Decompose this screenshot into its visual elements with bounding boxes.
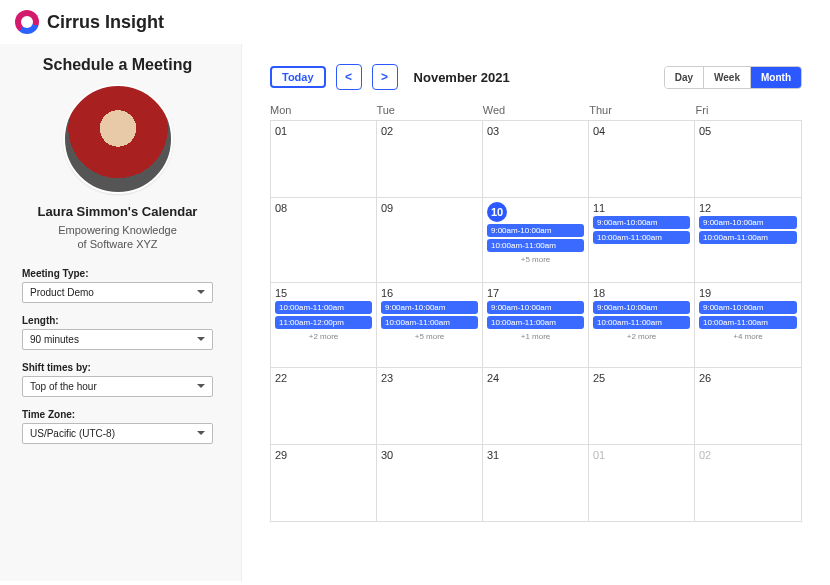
view-day[interactable]: Day [665, 67, 704, 88]
calendar-cell[interactable]: 24 [483, 368, 589, 444]
view-switch: Day Week Month [664, 66, 802, 89]
more-events-link[interactable]: +2 more [275, 332, 372, 341]
calendar-cell[interactable]: 109:00am-10:00am10:00am-11:00am+5 more [483, 198, 589, 282]
event-chip[interactable]: 10:00am-11:00am [593, 231, 690, 244]
view-month[interactable]: Month [751, 67, 801, 88]
select-shift-value: Top of the hour [30, 381, 97, 392]
calendar-week: 2223242526 [271, 368, 801, 445]
more-events-link[interactable]: +5 more [381, 332, 478, 341]
calendar-week: 1510:00am-11:00am11:00am-12:00pm+2 more1… [271, 283, 801, 368]
select-timezone-value: US/Pacific (UTC-8) [30, 428, 115, 439]
event-chip[interactable]: 11:00am-12:00pm [275, 316, 372, 329]
label-meeting-type: Meeting Type: [22, 268, 213, 279]
calendar-cell[interactable]: 02 [695, 445, 801, 521]
events-list: 9:00am-10:00am10:00am-11:00am [699, 216, 797, 244]
more-events-link[interactable]: +2 more [593, 332, 690, 341]
events-list: 9:00am-10:00am10:00am-11:00am [381, 301, 478, 329]
label-shift: Shift times by: [22, 362, 213, 373]
calendar-cell[interactable]: 30 [377, 445, 483, 521]
day-number: 04 [593, 125, 690, 137]
select-timezone[interactable]: US/Pacific (UTC-8) [22, 423, 213, 444]
day-number: 10 [487, 202, 507, 222]
event-chip[interactable]: 9:00am-10:00am [699, 301, 797, 314]
event-chip[interactable]: 9:00am-10:00am [487, 224, 584, 237]
calendar-cell[interactable]: 199:00am-10:00am10:00am-11:00am+4 more [695, 283, 801, 367]
sidebar-title: Schedule a Meeting [22, 56, 213, 74]
event-chip[interactable]: 10:00am-11:00am [275, 301, 372, 314]
calendar-cell[interactable]: 25 [589, 368, 695, 444]
calendar-cell[interactable]: 04 [589, 121, 695, 197]
calendar-cell[interactable]: 129:00am-10:00am10:00am-11:00am [695, 198, 801, 282]
calendar-cell[interactable]: 01 [589, 445, 695, 521]
weekday-header: MonTueWedThurFri [270, 104, 802, 120]
calendar-cell[interactable]: 22 [271, 368, 377, 444]
day-number: 15 [275, 287, 372, 299]
day-number: 19 [699, 287, 797, 299]
select-meeting-type[interactable]: Product Demo [22, 282, 213, 303]
calendar-cell[interactable]: 01 [271, 121, 377, 197]
calendar-cell[interactable]: 08 [271, 198, 377, 282]
calendar-cell[interactable]: 31 [483, 445, 589, 521]
day-number: 11 [593, 202, 690, 214]
sidebar-panel: Schedule a Meeting Laura Simmon's Calend… [0, 44, 242, 581]
event-chip[interactable]: 10:00am-11:00am [699, 316, 797, 329]
prev-month-button[interactable]: < [336, 64, 362, 90]
calendar-header: Today < > November 2021 Day Week Month [270, 64, 802, 90]
today-button[interactable]: Today [270, 66, 326, 88]
day-number: 01 [275, 125, 372, 137]
calendar-cell[interactable]: 09 [377, 198, 483, 282]
calendar-grid: 01020304050809109:00am-10:00am10:00am-11… [270, 120, 802, 522]
calendar-cell[interactable]: 189:00am-10:00am10:00am-11:00am+2 more [589, 283, 695, 367]
calendar-week: 0102030405 [271, 121, 801, 198]
calendar-panel: Today < > November 2021 Day Week Month M… [242, 44, 830, 581]
day-number: 05 [699, 125, 797, 137]
day-number: 30 [381, 449, 478, 461]
calendar-cell[interactable]: 23 [377, 368, 483, 444]
more-events-link[interactable]: +1 more [487, 332, 584, 341]
calendar-cell[interactable]: 26 [695, 368, 801, 444]
day-number: 18 [593, 287, 690, 299]
calendar-cell[interactable]: 02 [377, 121, 483, 197]
calendar-cell[interactable]: 119:00am-10:00am10:00am-11:00am [589, 198, 695, 282]
calendar-cell[interactable]: 169:00am-10:00am10:00am-11:00am+5 more [377, 283, 483, 367]
label-length: Length: [22, 315, 213, 326]
event-chip[interactable]: 10:00am-11:00am [487, 239, 584, 252]
app-header: Cirrus Insight [0, 0, 830, 44]
day-number: 31 [487, 449, 584, 461]
event-chip[interactable]: 9:00am-10:00am [381, 301, 478, 314]
day-number: 02 [381, 125, 478, 137]
day-number: 17 [487, 287, 584, 299]
more-events-link[interactable]: +5 more [487, 255, 584, 264]
day-number: 22 [275, 372, 372, 384]
calendar-cell[interactable]: 05 [695, 121, 801, 197]
day-number: 03 [487, 125, 584, 137]
select-length[interactable]: 90 minutes [22, 329, 213, 350]
weekday-label: Fri [696, 104, 802, 120]
events-list: 9:00am-10:00am10:00am-11:00am [699, 301, 797, 329]
more-events-link[interactable]: +4 more [699, 332, 797, 341]
event-chip[interactable]: 9:00am-10:00am [699, 216, 797, 229]
day-number: 24 [487, 372, 584, 384]
view-week[interactable]: Week [704, 67, 751, 88]
event-chip[interactable]: 9:00am-10:00am [487, 301, 584, 314]
calendar-week: 2930310102 [271, 445, 801, 521]
calendar-cell[interactable]: 1510:00am-11:00am11:00am-12:00pm+2 more [271, 283, 377, 367]
select-shift[interactable]: Top of the hour [22, 376, 213, 397]
calendar-cell[interactable]: 179:00am-10:00am10:00am-11:00am+1 more [483, 283, 589, 367]
event-chip[interactable]: 9:00am-10:00am [593, 301, 690, 314]
event-chip[interactable]: 10:00am-11:00am [593, 316, 690, 329]
event-chip[interactable]: 9:00am-10:00am [593, 216, 690, 229]
event-chip[interactable]: 10:00am-11:00am [699, 231, 797, 244]
chevron-down-icon [197, 337, 205, 341]
label-timezone: Time Zone: [22, 409, 213, 420]
app-title: Cirrus Insight [47, 12, 164, 33]
day-number: 02 [699, 449, 797, 461]
event-chip[interactable]: 10:00am-11:00am [381, 316, 478, 329]
event-chip[interactable]: 10:00am-11:00am [487, 316, 584, 329]
calendar-cell[interactable]: 29 [271, 445, 377, 521]
calendar-cell[interactable]: 03 [483, 121, 589, 197]
day-number: 01 [593, 449, 690, 461]
chevron-down-icon [197, 290, 205, 294]
next-month-button[interactable]: > [372, 64, 398, 90]
weekday-label: Wed [483, 104, 589, 120]
